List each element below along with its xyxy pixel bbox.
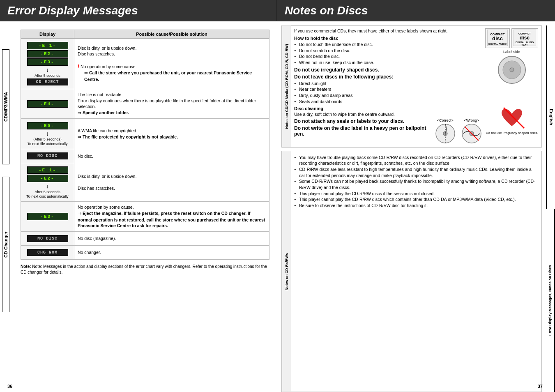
hold-disc-list: Do not touch the underside of the disc. … [294,42,538,66]
solution-text: ⇒ The file protected by copyright is not… [78,134,266,140]
cdr-content: You may have trouble playing back some C… [291,151,541,392]
list-item: CD-R/RW discs are less resistant to high… [294,166,538,178]
solution-text: No disc. [78,153,266,159]
note-label: Note: [21,264,31,269]
solution-cell: The file is not readable. Error display … [74,89,269,119]
display-cell: -E 1- -E2- -E3- ↓ After 5 seconds CD EJE… [21,39,74,89]
list-item: Do not bend the disc. [294,53,538,60]
error-messages-label: Error Display Messages, Notes on Discs [546,209,555,392]
solution-text: Disc is dirty, or is upside down. [78,173,266,180]
solution-text: No disc (magazine). [78,235,266,242]
caption-after5s: After 5 seconds [24,190,71,194]
solution-text: ! No operation by some cause. [78,63,266,70]
lcd-e2: -E2- [27,50,68,58]
wrong-disc-svg [461,123,482,144]
list-item: This player cannot play the CD-R/RW disc… [294,191,538,197]
error-table: Display Possible cause/Possible solution… [21,30,269,260]
solution-text: Error display continues when there is no… [78,98,266,110]
correct-wrong-area: <Correct> <Wrong> [435,118,482,145]
list-item: Some CD-R/RWs can not be played back suc… [294,178,538,190]
list-item: Dirty, dusty and damp areas [294,92,538,99]
correct-item: <Correct> [435,118,456,145]
solution-cell: Disc is dirty, or is upside down. Disc h… [74,39,269,89]
page-num-left: 36 [7,384,12,389]
lcd-e3: -E3- [27,58,68,66]
caption-after5sec: (After 5 seconds) [24,137,71,141]
list-item: When not in use, keep disc in the case. [294,60,538,66]
lcd-e1: -E 1- [27,42,68,49]
left-content: Display Possible cause/Possible solution… [0,26,277,279]
page-num-right: 37 [538,384,543,389]
lcd-chg-e3: -E3- [27,213,68,220]
solution-text: No changer. [78,249,266,256]
wrong-label: <Wrong> [461,118,482,122]
arrow-down: ↓ [24,183,71,189]
list-item: This player cannot play the CD-R/RW disc… [294,196,538,203]
correct-wrong-row: <Correct> <Wrong> [435,118,482,145]
right-header: Notes on Discs [277,0,555,21]
lcd-chg-e1: -E 1- [27,166,68,174]
lcd-e5: -E5- [27,122,68,129]
list-item: Be sure to observe the instructions of C… [294,203,538,209]
table-row: -E 1- -E2- -E3- ↓ After 5 seconds CD EJE… [21,39,269,89]
cdr-list: You may have trouble playing back some C… [294,154,538,209]
lcd-chg-e2: -E2- [27,175,68,182]
display-cell: NO DISC [21,231,74,245]
lcd-nodisc: NO DISC [27,152,68,159]
solution-text: Disc has scratches. [78,51,266,57]
caption-next-file: To next file automatically [24,142,71,146]
no-irregular-label: Do not use irregularly shaped discs. [486,131,538,135]
cd-media-section: Notes on CD/CD Media (CD-ROM, CD-R, CD-R… [281,25,542,148]
cdr-section: Notes on CD-Rs/RWs You may have trouble … [281,151,542,392]
lcd-cdeject: CD EJECT [27,78,68,85]
solution-text: No operation by some cause. [78,204,266,210]
display-cell: -E3- [21,202,74,231]
table-row: -E 1- -E2- ↓ After 5 seconds To next dis… [21,163,269,202]
solution-text: Disc has scratches. [78,185,266,191]
note-text: Note: Messages in the action and display… [21,264,267,274]
display-cell: CHG NOM [21,245,74,259]
no-irregular-area: Do not use irregularly shaped discs. [486,106,538,135]
table-row: -E3- No operation by some cause. ⇒ Eject… [21,202,269,231]
lcd-nodisc-chg: NO DISC [27,235,68,242]
list-item: You may have trouble playing back some C… [294,154,538,166]
leave-disc-list: Direct sunlight Near car heaters Dirty, … [294,81,538,105]
solution-text: ⇒ Eject the magazine. If failure persist… [78,210,266,229]
solution-cell: No disc. [74,149,269,163]
irregular-disc-svg [497,106,526,130]
right-main: Notes on CD/CD Media (CD-ROM, CD-R, CD-R… [277,25,546,392]
table-row: CHG NOM No changer. [21,245,269,259]
list-item: Direct sunlight [294,81,538,87]
cdchanger-label: CD Changer [2,177,9,312]
solution-text: ⇒ Specify another folder. [78,110,266,116]
table-row: NO DISC No disc (magazine). [21,231,269,245]
cd-media-content: COMPACT disc DIGITAL AUDIO COMPACT [291,26,541,147]
right-title: Notes on Discs [285,4,548,17]
solution-cell: No disc (magazine). [74,231,269,245]
solution-cell: No operation by some cause. ⇒ Eject the … [74,202,269,231]
display-cell: -E4- [21,89,74,119]
right-content: Notes on CD/CD Media (CD-ROM, CD-R, CD-R… [277,25,555,392]
cdmp3-label: CD/MP3/WMA [2,49,9,164]
solution-cell: Disc is dirty, or is upside down. Disc h… [74,163,269,202]
left-title: Error Display Messages [7,4,269,17]
svg-text:disc: disc [520,35,530,41]
cdr-label: Notes on CD-Rs/RWs [282,151,291,392]
display-cell: -E 1- -E2- ↓ After 5 seconds To next dis… [21,163,74,202]
solution-cell: A WMA file can be copyrighted. ⇒ The fil… [74,119,269,149]
left-header: Error Display Messages [0,0,277,21]
correct-label: <Correct> [435,118,456,122]
caption-after5: After 5 seconds [24,74,71,78]
english-label: English [546,25,555,209]
col-solution: Possible cause/Possible solution [74,30,269,39]
right-side-labels: English Error Display Messages, Notes on… [546,25,555,392]
arrow-down: ↓ [24,67,71,73]
left-page: Error Display Messages CD/MP3/WMA CD Cha… [0,0,277,392]
col-display: Display [21,30,74,39]
wrong-item: <Wrong> [461,118,482,145]
display-cell: -E5- ↓ (After 5 seconds) To next file au… [21,119,74,149]
list-item: Do not scratch on the disc. [294,48,538,54]
lcd-chgnom: CHG NOM [27,249,68,256]
svg-text:disc: disc [492,35,503,42]
table-row: NO DISC No disc. [21,149,269,163]
